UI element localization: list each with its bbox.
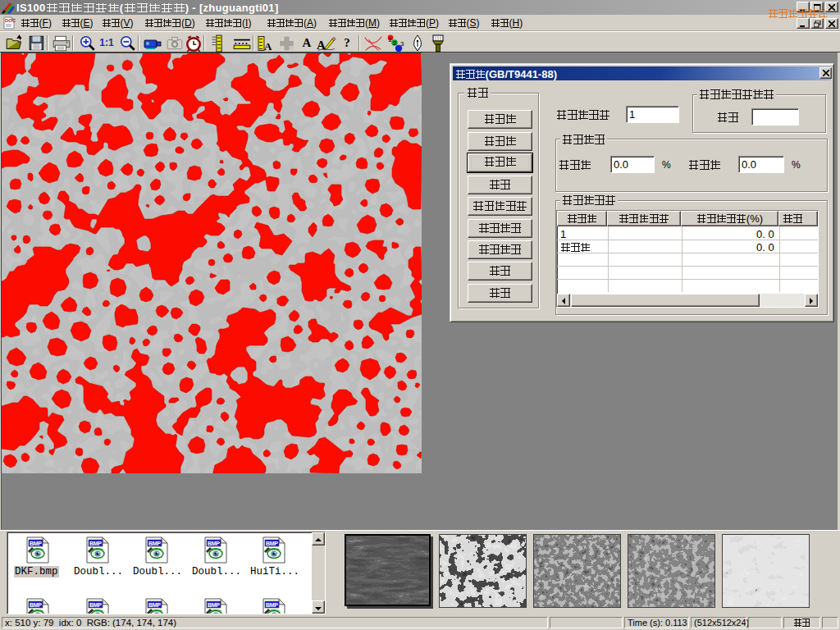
svg-text:1: 1 bbox=[388, 36, 392, 43]
svg-text:A: A bbox=[264, 40, 272, 52]
svg-text:2: 2 bbox=[393, 39, 397, 47]
svg-text:DOC: DOC bbox=[5, 18, 16, 23]
svg-text:3: 3 bbox=[400, 40, 404, 48]
